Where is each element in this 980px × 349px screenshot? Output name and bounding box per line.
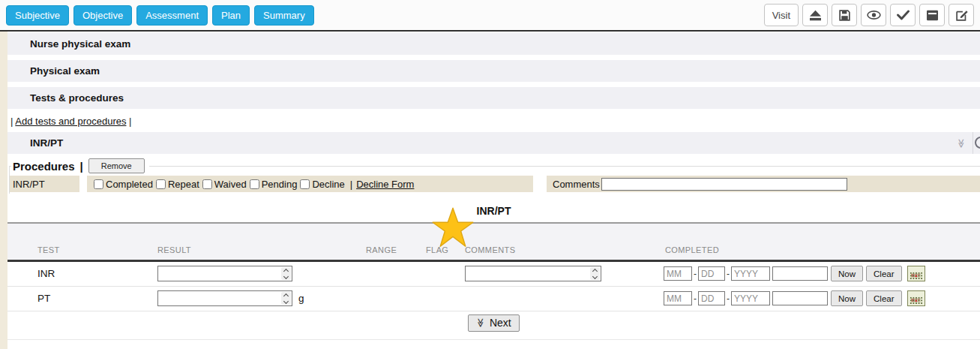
pt-month-input[interactable] [664,291,692,305]
next-button[interactable]: ≫ Next [468,314,519,332]
checkbox-repeat[interactable] [156,179,166,189]
procedure-status-options: Completed Repeat Waived Pending [87,176,533,192]
section-nurse-physical-exam[interactable]: Nurse physical exam [7,33,980,55]
left-margin-strip [0,32,7,349]
inr-completed-group: - - Now Clear MAY [664,266,925,281]
checkbox-waived[interactable] [202,179,212,189]
section-tests-procedures[interactable]: Tests & procedures [7,87,980,109]
table-row-inr: INR - - Now Clear [7,262,980,287]
pt-calendar-button[interactable]: MAY [907,290,925,306]
procedures-legend: Procedures | Remove [11,158,149,173]
col-range: RANGE [366,245,397,254]
section-title: INR/PT [30,137,63,149]
procedure-comments-input[interactable] [601,178,847,191]
date-separator: - [727,293,730,304]
save-button[interactable] [832,4,857,26]
confirm-button[interactable] [890,4,916,26]
spinner-control[interactable] [281,292,291,305]
eject-icon [809,10,822,21]
inr-clear-button[interactable]: Clear [866,266,901,281]
top-toolbar: Subjective Objective Assessment Plan Sum… [0,0,980,32]
note-content: Nurse physical exam Physical exam Tests … [7,33,980,345]
test-name: INR [37,268,55,279]
section-inrpt[interactable]: INR/PT ≫ [7,132,980,154]
tab-plan[interactable]: Plan [212,5,250,26]
date-separator: - [727,269,730,279]
checkbox-label: Completed [106,179,153,190]
pt-result-input-wrap [157,290,292,306]
checkbox-decline[interactable] [300,179,310,189]
save-icon [838,9,851,22]
pt-clear-button[interactable]: Clear [866,290,901,306]
checkbox-label: Pending [262,179,298,190]
remove-button[interactable]: Remove [88,158,145,173]
status-completed[interactable]: Completed [91,179,153,190]
pipe: | [350,179,352,190]
results-table: INR/PT TEST RESULT RANGE FLAG COMMENTS C… [7,205,980,345]
status-pending[interactable]: Pending [247,179,298,190]
soap-nav: Subjective Objective Assessment Plan Sum… [6,5,314,26]
clipped-circle-icon [975,137,980,149]
bar-divider [973,132,973,154]
eye-icon [867,10,881,20]
pt-day-input[interactable] [698,291,725,305]
inr-result-input-wrap [157,266,292,281]
pipe: | [129,116,131,127]
tab-summary[interactable]: Summary [254,5,314,26]
collapse-chevrons-icon[interactable]: ≫ [957,139,967,149]
checkbox-completed[interactable] [94,179,103,189]
visit-button[interactable]: Visit [764,4,799,26]
inr-year-input[interactable] [731,266,770,281]
inr-month-input[interactable] [664,266,692,281]
inr-now-button[interactable]: Now [831,266,863,281]
pt-now-button[interactable]: Now [831,290,863,306]
col-completed: COMPLETED [665,245,719,254]
pt-time-input[interactable] [772,291,828,305]
spinner-control[interactable] [590,267,600,280]
bottom-rule [7,339,980,345]
tab-subjective[interactable]: Subjective [6,5,69,26]
status-waived[interactable]: Waived [199,179,247,190]
inr-time-input[interactable] [772,266,828,281]
section-title: Nurse physical exam [30,38,130,50]
status-decline[interactable]: Decline [297,179,344,190]
inr-day-input[interactable] [698,266,725,281]
pipe: | [10,116,13,127]
checkbox-label: Decline [312,179,344,190]
inr-comments-input[interactable] [466,267,590,280]
inr-calendar-button[interactable]: MAY [907,266,925,281]
view-button[interactable] [861,4,886,26]
comments-label: Comments [553,179,600,190]
add-tests-row: | Add tests and procedures | [10,116,980,127]
checkbox-label: Repeat [168,179,199,190]
pt-completed-group: - - Now Clear MAY [664,290,925,306]
archive-button[interactable] [919,4,945,26]
procedure-row: INR/PT Completed Repeat Waived [10,176,980,192]
double-chevron-down-icon: ≫ [476,318,487,328]
favorite-star-icon [432,207,474,248]
unit-label: g [298,293,304,304]
tab-assessment[interactable]: Assessment [136,5,208,26]
section-title: Physical exam [30,65,100,77]
add-tests-link[interactable]: Add tests and procedures [15,116,126,127]
section-title: Tests & procedures [30,92,124,104]
spinner-control[interactable] [281,267,291,280]
toolbar-actions: Visit [764,4,974,26]
compose-button[interactable] [949,4,974,26]
next-row: ≫ Next [7,311,980,334]
pt-year-input[interactable] [731,291,770,305]
tab-objective[interactable]: Objective [73,5,132,26]
eject-button[interactable] [802,4,828,26]
check-icon [897,10,910,20]
status-repeat[interactable]: Repeat [153,179,199,190]
checkbox-pending[interactable] [250,179,259,189]
procedures-title: Procedures [13,160,75,173]
pt-result-input[interactable] [158,292,281,305]
test-name: PT [37,293,50,304]
procedure-comments-cell: Comments [547,176,980,192]
decline-form-link[interactable]: Decline Form [356,179,414,190]
archive-icon [926,10,939,21]
col-result: RESULT [157,245,191,254]
inr-result-input[interactable] [158,267,281,280]
section-physical-exam[interactable]: Physical exam [7,60,980,82]
